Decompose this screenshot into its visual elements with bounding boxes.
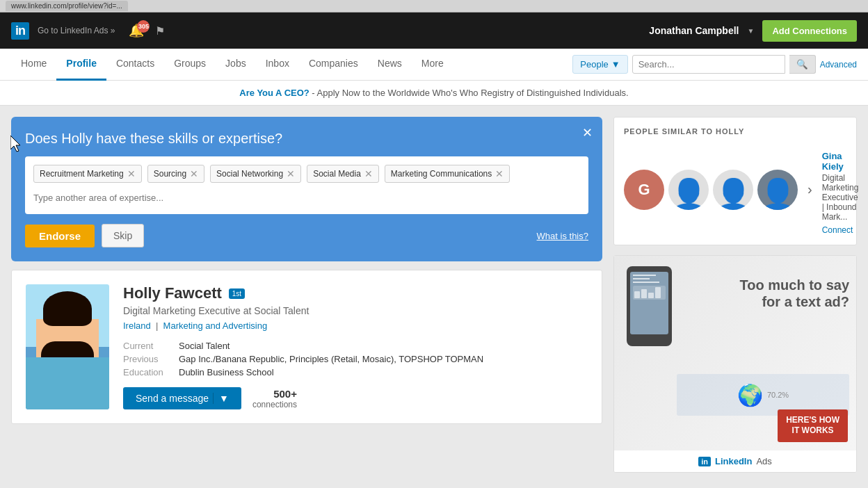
linkedin-ads-logo-in: in bbox=[698, 457, 711, 466]
banner-cta-link[interactable]: Are You A CEO? bbox=[239, 88, 309, 98]
connect-link-gina[interactable]: Connect bbox=[822, 225, 853, 235]
profile-name-row: Holly Fawcett 1st bbox=[123, 284, 588, 302]
person-avatar-3: 👤 bbox=[713, 170, 753, 210]
user-dropdown-arrow[interactable]: ▼ bbox=[747, 27, 754, 35]
profile-card: Holly Fawcett 1st Digital Marketing Exec… bbox=[11, 270, 602, 424]
ad-headline: Too much to sayfor a text ad? bbox=[740, 277, 849, 310]
browser-tab: www.linkedin.com/profile/view?id=... bbox=[6, 1, 128, 11]
profile-detail-current: Current Social Talent bbox=[123, 341, 588, 351]
user-name[interactable]: Jonathan Campbell bbox=[649, 25, 739, 36]
skill-tag-remove-icon[interactable]: ✕ bbox=[495, 168, 504, 179]
banner-rest-text: - Apply Now to the Worldwide Who's Who R… bbox=[310, 88, 629, 98]
similar-people-list: G 👤 👤 👤 bbox=[624, 144, 846, 235]
nav-search: People ▼ 🔍 Advanced bbox=[572, 55, 857, 74]
detail-label-previous: Previous bbox=[123, 354, 172, 364]
nav-home[interactable]: Home bbox=[11, 49, 56, 81]
notification-bell[interactable]: 🔔 305 bbox=[129, 23, 144, 38]
profile-info: Holly Fawcett 1st Digital Marketing Exec… bbox=[123, 284, 588, 409]
skill-tag-label: Social Media bbox=[313, 169, 361, 179]
person-role-gina: Digital Marketing Executive | Inbound Ma… bbox=[822, 173, 859, 222]
person-name-gina[interactable]: Gina Kiely bbox=[822, 151, 859, 172]
skill-tag-sourcing: Sourcing ✕ bbox=[147, 165, 204, 183]
search-button[interactable]: 🔍 bbox=[789, 55, 816, 74]
skill-tag-remove-icon[interactable]: ✕ bbox=[127, 168, 136, 179]
detail-value-previous: Gap Inc./Banana Republic, Principles (Re… bbox=[179, 354, 483, 364]
profile-actions: Send a message ▼ 500+ connections bbox=[123, 387, 588, 409]
ad-text: Too much to sayfor a text ad? bbox=[740, 277, 849, 310]
profile-detail-previous: Previous Gap Inc./Banana Republic, Princ… bbox=[123, 354, 588, 364]
right-panel: PEOPLE SIMILAR TO HOLLY G 👤 bbox=[613, 117, 857, 473]
skills-modal-close-button[interactable]: ✕ bbox=[582, 125, 593, 140]
skill-tag-remove-icon[interactable]: ✕ bbox=[364, 168, 373, 179]
nav-news[interactable]: News bbox=[368, 49, 412, 81]
location-text: Ireland bbox=[123, 320, 151, 331]
nav-companies[interactable]: Companies bbox=[299, 49, 368, 81]
ad-phone-illustration bbox=[627, 266, 672, 346]
skill-tag-remove-icon[interactable]: ✕ bbox=[190, 168, 198, 179]
ad-footer: in LinkedIn Ads bbox=[614, 450, 856, 472]
profile-detail-education: Education Dublin Business School bbox=[123, 367, 588, 377]
profile-details: Current Social Talent Previous Gap Inc./… bbox=[123, 341, 588, 377]
person-avatar-2: 👤 bbox=[668, 170, 709, 210]
connections-label: connections bbox=[252, 400, 297, 409]
nav-profile[interactable]: Profile bbox=[56, 49, 106, 81]
featured-person-details: Gina Kiely Digital Marketing Executive |… bbox=[822, 151, 859, 235]
similar-people-panel: PEOPLE SIMILAR TO HOLLY G 👤 bbox=[613, 117, 857, 245]
skill-tag-label: Marketing Communications bbox=[391, 169, 492, 179]
person-avatar-4: 👤 bbox=[757, 170, 798, 210]
profile-avatar bbox=[26, 284, 109, 409]
search-type-button[interactable]: People ▼ bbox=[572, 55, 627, 74]
skill-tag-label: Social Networking bbox=[216, 169, 283, 179]
ad-content: Too much to sayfor a text ad? 🌍 70.2% HE… bbox=[614, 256, 856, 450]
ad-cta-button[interactable]: HERE'S HOWIT WORKS bbox=[778, 409, 848, 442]
add-connections-button[interactable]: Add Connections bbox=[762, 20, 857, 42]
nav-contacts[interactable]: Contacts bbox=[106, 49, 164, 81]
notification-count: 305 bbox=[137, 20, 150, 33]
linkedin-ads-label: LinkedIn bbox=[715, 456, 752, 466]
flag-icon[interactable]: ⚑ bbox=[155, 24, 165, 38]
connections-info: 500+ connections bbox=[252, 388, 297, 409]
search-input[interactable] bbox=[632, 55, 785, 74]
detail-value-current: Social Talent bbox=[179, 341, 230, 351]
modal-actions: Endorse Skip What is this? bbox=[25, 224, 588, 247]
left-panel: Does Holly have these skills or expertis… bbox=[11, 117, 602, 473]
skill-text-input[interactable] bbox=[33, 190, 580, 206]
skip-button[interactable]: Skip bbox=[102, 224, 144, 247]
profile-name: Holly Fawcett bbox=[123, 284, 222, 302]
skill-tags-container: Recruitment Marketing ✕ Sourcing ✕ Socia… bbox=[33, 165, 580, 183]
connection-level-badge: 1st bbox=[229, 288, 245, 299]
ads-suffix: Ads bbox=[756, 456, 771, 466]
send-message-label: Send a message bbox=[136, 393, 209, 404]
endorse-button[interactable]: Endorse bbox=[25, 225, 95, 247]
advanced-search-link[interactable]: Advanced bbox=[820, 60, 857, 70]
send-message-button[interactable]: Send a message ▼ bbox=[123, 387, 241, 409]
ad-panel: Too much to sayfor a text ad? 🌍 70.2% HE… bbox=[613, 255, 857, 473]
nav-more[interactable]: More bbox=[412, 49, 453, 81]
similar-people-title: PEOPLE SIMILAR TO HOLLY bbox=[624, 127, 846, 136]
what-is-this-link[interactable]: What is this? bbox=[537, 231, 588, 241]
person-avatar-gina: G bbox=[624, 170, 664, 210]
linkedin-logo: in bbox=[11, 22, 29, 40]
connections-count: 500+ bbox=[252, 388, 297, 400]
nav-jobs[interactable]: Jobs bbox=[216, 49, 256, 81]
profile-title: Digital Marketing Executive at Social Ta… bbox=[123, 305, 588, 316]
skill-tag-remove-icon[interactable]: ✕ bbox=[287, 168, 295, 179]
skill-tag-social-media: Social Media ✕ bbox=[307, 165, 379, 183]
skills-endorsement-modal: Does Holly have these skills or expertis… bbox=[11, 117, 602, 261]
industry-link[interactable]: Marketing and Advertising bbox=[163, 320, 268, 331]
detail-value-education: Dublin Business School bbox=[179, 367, 274, 377]
skills-modal-title: Does Holly have these skills or expertis… bbox=[25, 131, 588, 147]
nav-inbox[interactable]: Inbox bbox=[256, 49, 299, 81]
linkedin-logo-mark: in bbox=[11, 22, 29, 40]
promo-banner: Are You A CEO? - Apply Now to the Worldw… bbox=[0, 81, 868, 106]
detail-label-education: Education bbox=[123, 367, 172, 377]
nav-groups[interactable]: Groups bbox=[164, 49, 216, 81]
message-dropdown-arrow: ▼ bbox=[213, 393, 229, 404]
browser-chrome: www.linkedin.com/profile/view?id=... bbox=[0, 0, 868, 13]
similar-people-next-button[interactable]: › bbox=[805, 179, 815, 200]
top-bar: in Go to LinkedIn Ads » 🔔 305 ⚑ Jonathan… bbox=[0, 13, 868, 49]
skill-tag-label: Sourcing bbox=[154, 169, 186, 179]
search-type-label: People bbox=[580, 59, 608, 70]
top-bar-right: Jonathan Campbell ▼ Add Connections bbox=[649, 20, 857, 42]
go-to-ads-link[interactable]: Go to LinkedIn Ads » bbox=[38, 26, 115, 35]
